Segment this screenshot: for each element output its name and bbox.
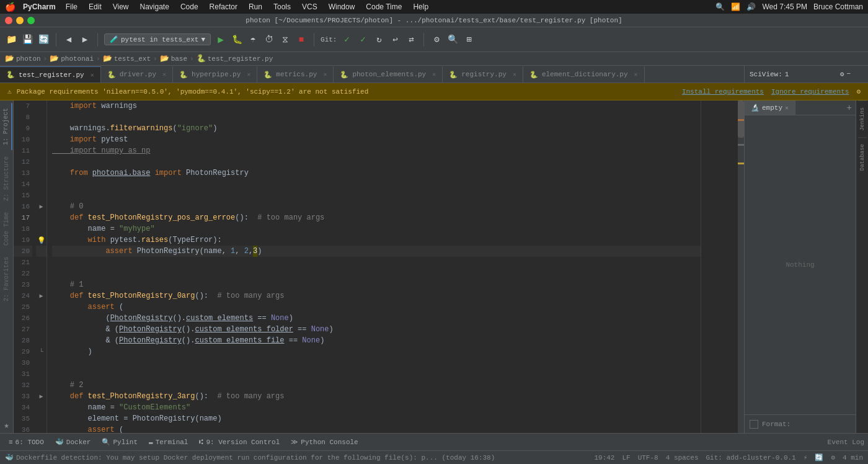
tab-driver[interactable]: 🐍 driver.py ✕ xyxy=(101,66,173,83)
tab-element-dict[interactable]: 🐍 element_dictionary.py ✕ xyxy=(523,66,645,83)
menu-file[interactable]: File xyxy=(63,2,80,11)
debug-button[interactable]: 🐛 xyxy=(231,33,243,46)
tab-metrics[interactable]: 🐍 metrics.py ✕ xyxy=(257,66,334,83)
concurrency-button[interactable]: ⧖ xyxy=(279,33,291,46)
forward-icon[interactable]: ▶ xyxy=(79,33,91,46)
python-console-tab[interactable]: ≫ Python Console xyxy=(286,436,363,448)
tab-photon-elements[interactable]: 🐍 photon_elements.py ✕ xyxy=(334,66,443,83)
breadcrumb-photon[interactable]: 📂 photon xyxy=(5,54,41,63)
breadcrumb-base[interactable]: 📂 base xyxy=(160,54,187,63)
sciview-settings-icon[interactable]: ⚙ xyxy=(840,70,844,78)
fold-arrow-24[interactable]: ▶ xyxy=(36,290,46,301)
run-button[interactable]: ▶ xyxy=(215,33,227,46)
editor-area[interactable]: 7 8 9 10 11 12 13 14 15 16 17 18 19 20 2… xyxy=(14,100,744,433)
line-num-27: 27 xyxy=(14,324,32,335)
jenkins-tab[interactable]: Jenkins xyxy=(858,100,867,137)
minimap[interactable] xyxy=(701,100,744,433)
breadcrumb-file[interactable]: 🐍 test_register.py xyxy=(197,54,273,63)
breadcrumb-tests-ext[interactable]: 📂 tests_ext xyxy=(103,54,151,63)
scrollbar-track[interactable] xyxy=(738,100,744,433)
menu-navigate[interactable]: Navigate xyxy=(138,2,172,11)
sciview-empty-tab[interactable]: 🔬 empty ✕ xyxy=(745,100,795,115)
apple-menu[interactable]: 🍎 xyxy=(5,2,16,12)
settings-icon[interactable]: ⚙ xyxy=(856,87,861,96)
menu-vcs[interactable]: VCS xyxy=(299,2,320,11)
event-log-btn[interactable]: Event Log xyxy=(828,439,864,446)
gutter-7 xyxy=(36,100,46,112)
project-panel-tab[interactable]: 1: Project xyxy=(1,103,12,150)
menu-codetime[interactable]: Code Time xyxy=(363,2,404,11)
tab-hyperpipe[interactable]: 🐍 hyperpipe.py ✕ xyxy=(173,66,257,83)
line-ending[interactable]: LF xyxy=(622,454,630,462)
close-icon6[interactable]: ✕ xyxy=(513,71,516,78)
fold-arrow-16[interactable]: ▶ xyxy=(36,201,46,212)
format-checkbox[interactable] xyxy=(750,420,758,429)
stop-button[interactable]: ■ xyxy=(295,33,308,46)
git-revert[interactable]: ↩ xyxy=(389,33,401,46)
close-icon4[interactable]: ✕ xyxy=(323,71,327,78)
sciview-close-icon[interactable]: ✕ xyxy=(785,104,789,112)
todo-tab[interactable]: ≡ 6: TODO xyxy=(4,437,49,448)
breadcrumb-photonai[interactable]: 📂 photonai xyxy=(50,54,94,63)
close-icon[interactable]: ✕ xyxy=(91,71,94,79)
structure-panel-tab[interactable]: Z: Structure xyxy=(1,151,12,206)
maximize-button[interactable] xyxy=(27,17,35,24)
database-tab[interactable]: Database xyxy=(858,137,867,177)
coverage-button[interactable]: ☂ xyxy=(247,33,259,46)
back-icon[interactable]: ◀ xyxy=(63,33,75,46)
line-num-28: 28 xyxy=(14,335,32,346)
save-icon[interactable]: 💾 xyxy=(21,33,33,46)
folder-icon2: 📂 xyxy=(50,54,59,63)
git-check1[interactable]: ✓ xyxy=(340,33,353,46)
tab-test-register[interactable]: 🐍 test_register.py ✕ xyxy=(0,66,101,83)
git-merge[interactable]: ⇄ xyxy=(405,33,417,46)
menu-code[interactable]: Code xyxy=(178,2,201,11)
settings-icon[interactable]: ⚙ xyxy=(430,33,443,46)
open-file-icon[interactable]: 📁 xyxy=(5,33,17,46)
encoding[interactable]: UTF-8 xyxy=(638,454,658,462)
ignore-requirements-btn[interactable]: Ignore requirements xyxy=(771,88,849,96)
code-content[interactable]: import warnings warnings.filterwarnings(… xyxy=(47,100,701,433)
favorites-panel-tab[interactable]: 2: Favorites xyxy=(1,252,12,306)
menu-refactor[interactable]: Refactor xyxy=(207,2,240,11)
version-control-tab[interactable]: ⑆ 9: Version Control xyxy=(194,437,285,448)
menu-run[interactable]: Run xyxy=(246,2,265,11)
find-in-files-icon[interactable]: ⊞ xyxy=(463,33,475,46)
docker-tab[interactable]: 🐳 Docker xyxy=(50,436,96,448)
install-requirements-btn[interactable]: Install requirements xyxy=(682,88,764,96)
profile-button[interactable]: ⏱ xyxy=(263,33,275,46)
menu-edit[interactable]: Edit xyxy=(86,2,104,11)
close-icon5[interactable]: ✕ xyxy=(432,71,436,78)
indent-label[interactable]: 4 spaces xyxy=(666,454,699,462)
sync-icon[interactable]: 🔄 xyxy=(815,453,823,462)
refresh-icon[interactable]: 🔄 xyxy=(37,33,50,46)
menu-window[interactable]: Window xyxy=(326,2,358,11)
volume-icon[interactable]: 🔊 xyxy=(746,2,756,11)
fold-arrow-33[interactable]: ▶ xyxy=(36,391,46,402)
bulb-icon-19[interactable]: 💡 xyxy=(36,234,46,246)
user-name: Bruce Cottman xyxy=(813,2,863,11)
star-icon[interactable]: ★ xyxy=(1,417,11,433)
sciview-add-tab[interactable]: + xyxy=(843,100,856,115)
line-num-13: 13 xyxy=(14,167,32,179)
sciview-minimize-icon[interactable]: − xyxy=(846,70,851,78)
menu-view[interactable]: View xyxy=(110,2,131,11)
terminal-tab[interactable]: ▬ Terminal xyxy=(144,437,193,448)
close-icon3[interactable]: ✕ xyxy=(247,71,250,78)
minimize-button[interactable] xyxy=(16,17,24,24)
search-icon[interactable]: 🔍 xyxy=(715,2,725,11)
git-update[interactable]: ↻ xyxy=(373,33,385,46)
menu-tools[interactable]: Tools xyxy=(271,2,293,11)
tab-registry[interactable]: 🐍 registry.py ✕ xyxy=(443,66,523,83)
menu-help[interactable]: Help xyxy=(410,2,431,11)
close-button[interactable] xyxy=(5,17,12,24)
code-line-23: # 1 xyxy=(52,279,701,290)
close-icon2[interactable]: ✕ xyxy=(162,71,166,78)
pylint-tab[interactable]: 🔍 Pylint xyxy=(97,436,143,448)
codetime-panel-tab[interactable]: Code Time xyxy=(1,207,12,251)
close-icon7[interactable]: ✕ xyxy=(634,71,638,78)
git-check2[interactable]: ✓ xyxy=(356,33,369,46)
sciview-nothing-text: Nothing xyxy=(786,261,814,269)
run-config-selector[interactable]: 🧪 pytest in tests_ext ▼ xyxy=(104,33,211,45)
search-icon[interactable]: 🔍 xyxy=(446,33,459,46)
